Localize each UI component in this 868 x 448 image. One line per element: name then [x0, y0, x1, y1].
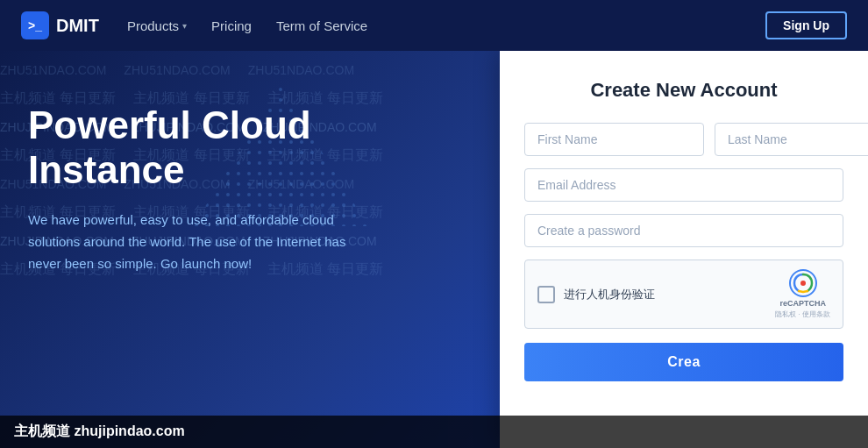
svg-point-3: [800, 281, 806, 286]
create-account-button[interactable]: Crea: [524, 343, 843, 381]
password-input[interactable]: [524, 214, 843, 247]
brand-logo[interactable]: >_ DMIT: [21, 11, 99, 39]
form-title: Create New Account: [524, 79, 843, 102]
chevron-down-icon: ▾: [182, 21, 187, 31]
hero-content: Powerful Cloud Instance We have powerful…: [0, 51, 491, 274]
recaptcha-widget[interactable]: 进行人机身份验证 reCAPTCHA 隐私权 · 使用条款: [524, 260, 843, 329]
last-name-input[interactable]: [715, 123, 868, 156]
email-input[interactable]: [524, 168, 843, 202]
navbar-right: Sign Up: [765, 11, 847, 39]
first-name-input[interactable]: [524, 123, 704, 156]
bottom-watermark-text: 主机频道 zhujipindao.com: [14, 423, 185, 441]
hero-description: We have powerful, easy to use, and affor…: [28, 210, 361, 274]
nav-links: Products ▾ Pricing Term of Service: [127, 18, 765, 33]
nav-pricing[interactable]: Pricing: [211, 18, 252, 33]
recaptcha-checkbox[interactable]: [537, 286, 555, 303]
recaptcha-logo-icon: [789, 269, 817, 297]
nav-products[interactable]: Products ▾: [127, 18, 187, 33]
signup-button[interactable]: Sign Up: [765, 11, 847, 39]
bottom-watermark-bar: 主机频道 zhujipindao.com: [0, 416, 868, 448]
hero-section: ZHU51NDAO.COMZHU51NDAO.COMZHU51NDAO.COM …: [0, 51, 868, 448]
nav-tos[interactable]: Term of Service: [276, 18, 367, 33]
name-row: [524, 123, 843, 156]
recaptcha-brand-label: reCAPTCHA: [779, 299, 826, 308]
brand-icon: >_: [21, 11, 49, 39]
recaptcha-links: 隐私权 · 使用条款: [775, 309, 830, 319]
brand-name: DMIT: [56, 16, 99, 36]
navbar: >_ DMIT Products ▾ Pricing Term of Servi…: [0, 0, 868, 51]
hero-title: Powerful Cloud Instance: [28, 103, 463, 192]
recaptcha-label: 进行人机身份验证: [564, 287, 655, 302]
signup-form-panel: Create New Account 进行人机身份验证: [500, 51, 868, 448]
